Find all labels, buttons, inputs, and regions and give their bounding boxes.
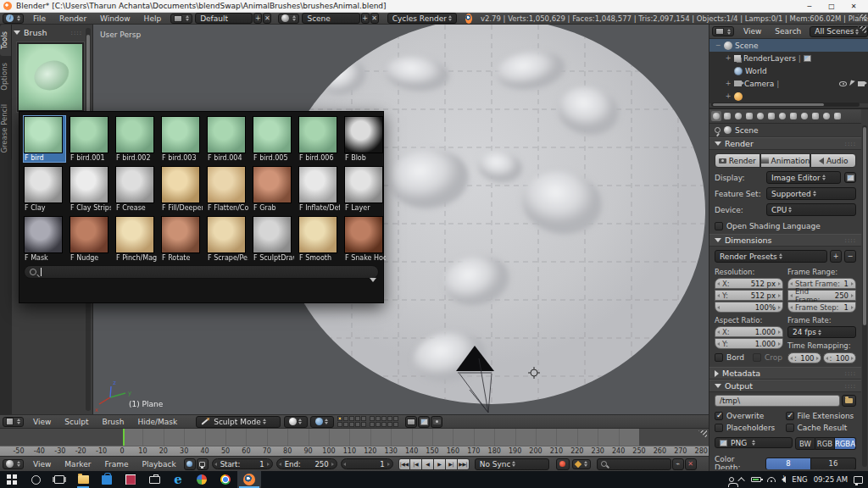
- jump-start-button[interactable]: |◀◀: [398, 458, 410, 470]
- render-presets-dropdown[interactable]: Render Presets: [715, 250, 827, 263]
- menu-help[interactable]: Help: [137, 14, 169, 23]
- add-layout-button[interactable]: +: [253, 13, 262, 24]
- active-keying-set-field[interactable]: [597, 458, 671, 470]
- properties-tab-render-layers[interactable]: [722, 111, 732, 121]
- device-dropdown[interactable]: CPU: [766, 203, 856, 216]
- clock[interactable]: 09:25 AM: [814, 475, 848, 484]
- shelf-tab-grease-pencil[interactable]: Grease Pencil: [0, 97, 12, 160]
- color-depth-8[interactable]: 8: [765, 458, 811, 470]
- frame-range-field[interactable]: End Frame:250: [787, 290, 856, 301]
- brush-item[interactable]: F Fill/Deepen: [161, 166, 203, 212]
- next-keyframe-button[interactable]: ▶|: [446, 458, 458, 470]
- properties-tab-modifiers[interactable]: [777, 111, 787, 121]
- outliner-item-world[interactable]: World: [709, 64, 868, 77]
- opengl-render-button[interactable]: [431, 416, 442, 428]
- color-depth-16[interactable]: 16: [811, 458, 856, 470]
- remove-preset-button[interactable]: −: [844, 250, 856, 263]
- brush-item[interactable]: F bird.003: [161, 116, 203, 162]
- volume-icon[interactable]: [782, 476, 786, 483]
- delete-scene-button[interactable]: ✕: [370, 13, 379, 24]
- image-editor-icon-button[interactable]: [844, 172, 856, 183]
- maximize-button[interactable]: □: [821, 0, 843, 12]
- viewport-shading-selector[interactable]: [284, 416, 308, 428]
- properties-tab-constraints[interactable]: [766, 111, 776, 121]
- delete-layout-button[interactable]: ✕: [263, 13, 271, 24]
- screen-layout-icon-button[interactable]: [170, 14, 192, 24]
- pin-icon[interactable]: [715, 127, 721, 133]
- render-engine-selector[interactable]: Cycles Render: [387, 13, 457, 24]
- resolution-field[interactable]: Y:512 px: [715, 290, 783, 301]
- pivot-point-selector[interactable]: [310, 416, 334, 428]
- properties-tab-render[interactable]: [711, 111, 721, 121]
- overwrite-checkbox[interactable]: [715, 412, 723, 420]
- minimize-button[interactable]: ─: [798, 0, 821, 12]
- menu-frame[interactable]: Frame: [97, 460, 135, 469]
- layer-grid-left[interactable]: [337, 416, 366, 427]
- outliner-item[interactable]: +: [709, 90, 868, 103]
- cache-result-checkbox[interactable]: [786, 424, 794, 432]
- timeline-ruler[interactable]: -50-40-30-20-100102030405060708090100110…: [0, 429, 709, 456]
- layer-grid-right[interactable]: [370, 416, 398, 427]
- menu-search[interactable]: Search: [768, 27, 808, 36]
- audio-button[interactable]: Audio: [810, 153, 856, 168]
- brush-item[interactable]: F Inflate/Defl: [298, 166, 340, 212]
- menu-sculpt[interactable]: Sculpt: [58, 418, 95, 426]
- start-frame-field[interactable]: Start:1: [212, 458, 273, 469]
- auto-keyframe-record-button[interactable]: [556, 458, 570, 470]
- taskbar-appred-button[interactable]: [119, 471, 142, 488]
- properties-tab-scene[interactable]: [733, 111, 743, 121]
- pointer-toggle-icon[interactable]: [849, 80, 855, 86]
- preview-range-button[interactable]: [184, 458, 196, 470]
- browse-folder-button[interactable]: [842, 395, 856, 407]
- menu-hide-mask[interactable]: Hide/Mask: [131, 418, 184, 426]
- metadata-panel-header[interactable]: Metadata ::::: [709, 367, 861, 380]
- brush-item[interactable]: F Nudge: [70, 216, 111, 262]
- eye-toggle-icon[interactable]: [839, 81, 847, 86]
- menu-file[interactable]: File: [26, 14, 53, 23]
- play-reverse-button[interactable]: ◀: [422, 458, 434, 470]
- editor-type-button-timeline[interactable]: [3, 459, 24, 469]
- frame-range-field[interactable]: Frame Step:1: [787, 302, 856, 313]
- end-frame-field[interactable]: End:250: [276, 458, 337, 469]
- color-mode-rgb[interactable]: RGB: [815, 437, 835, 450]
- resolution-field[interactable]: X:512 px: [715, 278, 783, 289]
- properties-tab-data[interactable]: [788, 111, 798, 121]
- expander-icon[interactable]: +: [725, 80, 732, 87]
- placeholders-checkbox[interactable]: [715, 424, 723, 432]
- brush-item[interactable]: F Grab: [253, 166, 294, 212]
- add-preset-button[interactable]: +: [830, 250, 842, 263]
- brush-item[interactable]: F Rotate: [161, 216, 203, 262]
- brush-search-field[interactable]: [24, 265, 379, 279]
- outliner-item-camera[interactable]: +Camera|: [709, 77, 868, 90]
- camera-toggle-icon[interactable]: [858, 81, 865, 86]
- properties-tab-physics[interactable]: [832, 111, 843, 121]
- action-center-icon[interactable]: [854, 476, 863, 484]
- properties-tab-material[interactable]: [799, 111, 810, 121]
- battery-icon[interactable]: [751, 477, 761, 482]
- current-frame-field[interactable]: 1: [341, 458, 393, 469]
- render-panel-header[interactable]: Render ::::: [709, 137, 861, 150]
- taskbar-photos-button[interactable]: [190, 471, 214, 488]
- current-frame-indicator[interactable]: [123, 429, 125, 446]
- taskbar-edge-button[interactable]: e: [166, 471, 190, 488]
- expander-icon[interactable]: −: [715, 42, 721, 49]
- active-brush-preview[interactable]: [17, 42, 84, 112]
- keying-set-type-button[interactable]: [572, 459, 591, 469]
- brush-item[interactable]: F Pinch/Mag...: [115, 216, 157, 262]
- menu-render[interactable]: Render: [53, 14, 93, 23]
- brush-item[interactable]: F bird.005: [253, 116, 294, 162]
- file-format-dropdown[interactable]: PNG: [715, 437, 793, 448]
- time-remap-field[interactable]: :100: [787, 352, 821, 363]
- editor-type-button-outliner[interactable]: [712, 26, 734, 36]
- menu-playback[interactable]: Playback: [136, 460, 183, 469]
- render-button[interactable]: Render: [715, 153, 760, 168]
- render-border-button[interactable]: [418, 416, 430, 428]
- display-dropdown[interactable]: Image Editor: [766, 171, 841, 184]
- menu-window[interactable]: Window: [93, 14, 137, 23]
- properties-scrollbar[interactable]: [862, 125, 867, 467]
- brush-item[interactable]: F bird: [24, 116, 65, 162]
- taskbar-taskview-button[interactable]: [47, 471, 71, 488]
- people-icon[interactable]: [729, 477, 734, 482]
- delete-keyframe-button[interactable]: ✕: [685, 458, 697, 470]
- animation-button[interactable]: Animation: [760, 153, 811, 168]
